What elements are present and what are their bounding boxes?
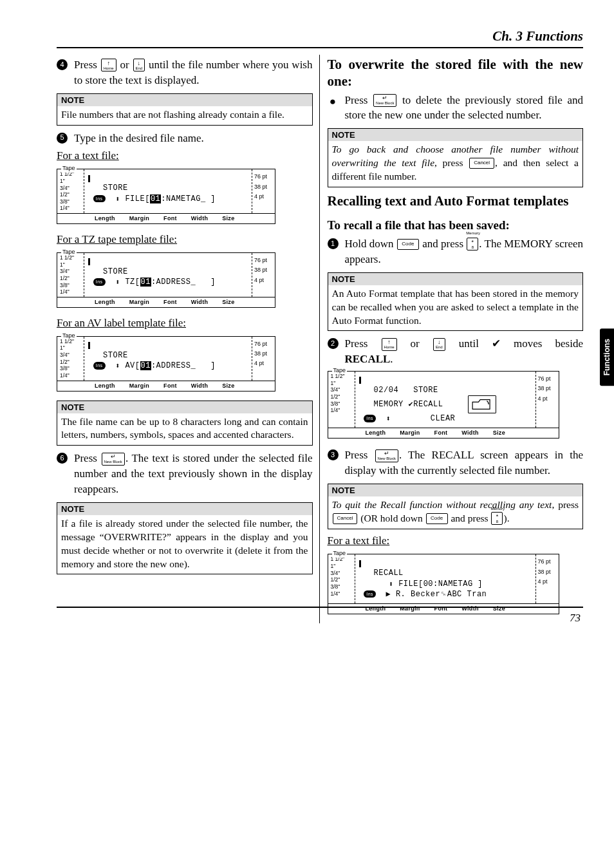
step-3-bullet: 3	[328, 449, 339, 460]
lcd-text-file: Tape 1 1/2"1"3/4"1/2"3/8"1/4" STORE Ins …	[57, 169, 275, 224]
bullet-dot: ●	[328, 94, 339, 109]
step-4-bullet: 4	[57, 59, 68, 70]
note-box-4: NOTE To go back and choose another file …	[328, 128, 584, 187]
lcd-memory-menu: Tape 1 1/2"1"3/4"1/2"3/8"1/4" 02/04 STOR…	[328, 371, 559, 439]
step-3-text: Press ↵New Block. The RECALL screen appe…	[345, 448, 584, 478]
heading-text-file-2: For a text file:	[328, 534, 584, 547]
note-title: NOTE	[328, 273, 583, 285]
note-title: NOTE	[57, 94, 312, 106]
step-6-bullet: 6	[57, 453, 68, 464]
check-icon: ✔	[492, 337, 501, 350]
heading-av-file: For an AV label template file:	[57, 317, 313, 330]
note-box-6: NOTE To quit the Recall function without…	[328, 484, 584, 529]
note-title: NOTE	[328, 129, 583, 141]
enter-key: ↵New Block	[375, 449, 398, 462]
note-box-5: NOTE An Auto Format template that has be…	[328, 272, 584, 332]
note-title: NOTE	[328, 484, 583, 496]
lcd-av-file: Tape 1 1/2"1"3/4"1/2"3/8"1/4" STORE Ins …	[57, 336, 275, 392]
step-5-bullet: 5	[57, 133, 68, 144]
step-1-text: Hold down Code and press Memory*8. The M…	[345, 236, 584, 267]
heading-recalling-section: Recalling text and Auto Format tem­plate…	[328, 193, 584, 209]
down-key: ↓End	[133, 59, 145, 71]
note-box-2: NOTE The file name can be up to 8 charac…	[57, 401, 313, 446]
note-title: NOTE	[57, 503, 312, 515]
note-body: The file name can be up to 8 characters …	[57, 413, 312, 446]
side-tab-functions: Functions	[600, 328, 614, 386]
note-body: If a file is already stored under the se…	[57, 515, 312, 574]
page-number: 73	[570, 612, 581, 625]
step-6-text: Press ↵New Block. The text is stored und…	[74, 451, 313, 496]
note-box-1: NOTE File numbers that are not flashing …	[57, 93, 313, 126]
note-body: File numbers that are not flashing alrea…	[57, 106, 312, 125]
heading-recall-file: To recall a file that has been saved:	[328, 218, 584, 232]
chapter-heading: Ch. 3 Functions	[57, 28, 583, 44]
note-box-3: NOTE If a file is already stored under t…	[57, 502, 313, 575]
memory-key: *8	[491, 512, 503, 525]
note-body: An Auto Format template that has been st…	[328, 285, 583, 331]
step-2-text: Press ↑Home or ↓End until ✔ moves beside…	[345, 336, 584, 367]
up-key: ↑Home	[101, 59, 116, 71]
heading-text-file: For a text file:	[57, 149, 313, 162]
step-1-bullet: 1	[328, 238, 339, 249]
heading-tz-file: For a TZ tape template file:	[57, 233, 313, 246]
note-body: To go back and choose another file numbe…	[328, 141, 583, 187]
step-4-text: Press ↑Home or ↓End until the file numbe…	[74, 57, 313, 88]
step-2-bullet: 2	[328, 338, 339, 349]
cancel-key: Cancel	[469, 158, 494, 169]
up-key: ↑Home	[382, 338, 397, 351]
note-body: To quit the Recall function without reca…	[328, 496, 583, 529]
memory-key: *8	[467, 238, 478, 250]
top-divider	[57, 47, 583, 48]
enter-key: ↵New Block	[102, 453, 125, 466]
step-5-text: Type in the desired file name.	[74, 131, 313, 146]
folder-icon	[468, 395, 496, 413]
note-title: NOTE	[57, 401, 312, 413]
bottom-divider	[57, 607, 583, 608]
overwrite-step-text: Press ↵New Block to delete the previousl…	[345, 93, 584, 124]
down-key: ↓End	[433, 338, 445, 351]
lcd-tz-file: Tape 1 1/2"1"3/4"1/2"3/8"1/4" STORE Ins …	[57, 252, 275, 308]
heading-overwrite: To overwrite the stored file with the ne…	[328, 56, 584, 90]
code-key: Code	[397, 239, 419, 250]
code-key: Code	[426, 513, 448, 524]
cancel-key: Cancel	[333, 513, 358, 524]
enter-key: ↵New Block	[373, 94, 396, 107]
lcd-recall-text: Tape 1 1/2"1"3/4"1/2"3/8"1/4" RECALL ⬍ F…	[328, 554, 559, 614]
